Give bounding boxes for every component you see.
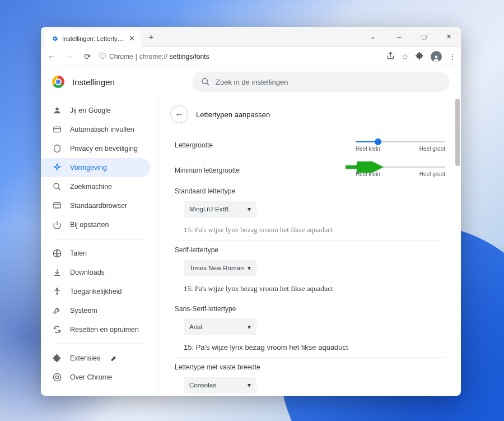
page-title: Lettertypen aanpassen bbox=[196, 110, 270, 119]
globe-icon bbox=[52, 249, 62, 258]
svg-line-7 bbox=[58, 188, 60, 190]
settings-search[interactable]: Zoek in de instellingen bbox=[192, 72, 450, 92]
sidebar-item-autofill[interactable]: Automatisch invullen bbox=[41, 120, 158, 139]
minimize-button[interactable]: ─ bbox=[387, 27, 412, 47]
svg-point-11 bbox=[57, 288, 58, 290]
external-link-icon: ⬈ bbox=[110, 354, 116, 363]
menu-icon[interactable]: ⋮ bbox=[449, 52, 456, 61]
serif-font-sample: 15: Pa's wijze lynx bezag vroom het fiks… bbox=[184, 284, 445, 293]
browser-tab[interactable]: Instellingen: Lettertypen aanpas… ✕ bbox=[45, 30, 141, 47]
maximize-button[interactable]: ▢ bbox=[412, 27, 436, 47]
svg-point-3 bbox=[55, 108, 58, 110]
sidebar-item-languages[interactable]: Talen bbox=[41, 244, 158, 263]
download-icon bbox=[52, 268, 62, 277]
sidebar-item-search-engine[interactable]: Zoekmachine bbox=[41, 177, 158, 196]
back-button[interactable]: ← bbox=[45, 50, 58, 63]
new-tab-button[interactable]: + bbox=[144, 30, 158, 44]
svg-point-12 bbox=[53, 373, 60, 381]
autofill-icon bbox=[52, 125, 62, 134]
chrome-logo-icon bbox=[52, 76, 64, 88]
svg-point-0 bbox=[435, 55, 438, 58]
standard-font-select[interactable]: MingLiU-ExtB▾ bbox=[184, 201, 256, 218]
sans-font-label: Sans-Serif-lettertype bbox=[175, 305, 445, 313]
svg-line-2 bbox=[207, 83, 209, 85]
gear-icon bbox=[51, 35, 59, 43]
url-scheme-label: Chrome bbox=[109, 53, 133, 61]
appearance-icon bbox=[52, 163, 62, 172]
sidebar-item-downloads[interactable]: Downloads bbox=[41, 263, 158, 282]
sidebar-item-appearance[interactable]: Vormgeving bbox=[41, 158, 151, 177]
wrench-icon bbox=[52, 306, 62, 315]
accessibility-icon bbox=[52, 287, 62, 296]
min-font-size-slider[interactable] bbox=[356, 166, 445, 168]
min-font-size-label: Minimum lettergrootte bbox=[175, 166, 356, 174]
serif-font-select[interactable]: Times New Roman▾ bbox=[184, 260, 256, 276]
power-icon bbox=[52, 220, 62, 229]
svg-point-6 bbox=[54, 183, 59, 188]
standard-font-label: Standaard lettertype bbox=[175, 187, 445, 195]
share-icon[interactable] bbox=[386, 52, 395, 62]
reload-button[interactable]: ⟳ bbox=[81, 50, 94, 63]
chevron-down-icon: ▾ bbox=[248, 205, 251, 213]
standard-font-sample: 15: Pa's wijze lynx bezag vroom het fiks… bbox=[184, 225, 445, 234]
sidebar: Jij en Google Automatisch invullen Priva… bbox=[41, 98, 158, 396]
sidebar-item-about[interactable]: Over Chrome bbox=[41, 368, 158, 387]
serif-font-label: Serif-lettertype bbox=[175, 246, 445, 254]
reset-icon bbox=[52, 325, 62, 334]
svg-rect-4 bbox=[54, 127, 60, 132]
app-header: Instellingen Zoek in de instellingen bbox=[41, 66, 461, 98]
font-size-slider[interactable] bbox=[356, 141, 445, 142]
close-window-button[interactable]: ✕ bbox=[436, 27, 461, 47]
font-size-label: Lettergrootte bbox=[175, 141, 356, 149]
address-bar: ← → ⟳ ⓘ Chrome | chrome://settings/fonts… bbox=[41, 47, 461, 66]
search-icon bbox=[52, 182, 62, 191]
person-icon bbox=[52, 106, 62, 115]
sans-font-select[interactable]: Arial▾ bbox=[184, 318, 256, 335]
omnibox[interactable]: ⓘ Chrome | chrome://settings/fonts bbox=[99, 52, 381, 61]
chrome-icon bbox=[52, 373, 62, 382]
browser-window: Instellingen: Lettertypen aanpas… ✕ + ⌄ … bbox=[41, 27, 461, 396]
extensions-icon[interactable] bbox=[416, 52, 424, 62]
chevron-down-icon: ▾ bbox=[248, 323, 251, 331]
chevron-down-icon: ▾ bbox=[248, 264, 251, 272]
chevron-down-icon: ▾ bbox=[248, 381, 251, 389]
sidebar-item-reset[interactable]: Resetten en opruimen bbox=[41, 320, 158, 339]
tab-dropdown-icon[interactable]: ⌄ bbox=[360, 27, 385, 47]
mono-font-select[interactable]: Consolas▾ bbox=[184, 377, 256, 394]
sidebar-item-extensions[interactable]: Extensies⬈ bbox=[41, 349, 158, 368]
sidebar-item-privacy[interactable]: Privacy en beveiliging bbox=[41, 139, 158, 158]
url-host: chrome:// bbox=[139, 53, 167, 61]
search-placeholder: Zoek in de instellingen bbox=[216, 78, 288, 86]
mono-font-label: Lettertype met vaste breedte bbox=[175, 363, 445, 371]
sidebar-item-system[interactable]: Systeem bbox=[41, 301, 158, 320]
svg-rect-8 bbox=[54, 203, 60, 208]
content-main: ← Lettertypen aanpassen Lettergrootte bbox=[159, 98, 461, 396]
search-icon bbox=[201, 77, 210, 86]
shield-icon bbox=[52, 144, 62, 153]
puzzle-icon bbox=[52, 354, 62, 363]
bookmark-icon[interactable]: ☆ bbox=[402, 52, 409, 61]
site-info-icon[interactable]: ⓘ bbox=[99, 52, 106, 61]
close-icon[interactable]: ✕ bbox=[129, 34, 135, 43]
avatar[interactable] bbox=[431, 51, 442, 62]
browser-icon bbox=[52, 201, 62, 210]
svg-point-13 bbox=[55, 376, 58, 378]
app-title: Instellingen bbox=[72, 77, 115, 87]
forward-button[interactable]: → bbox=[63, 50, 76, 63]
sidebar-item-accessibility[interactable]: Toegankelijkheid bbox=[41, 282, 158, 301]
sans-font-sample: 15: Pa's wijze lynx bezag vroom het fiks… bbox=[184, 343, 445, 351]
back-button[interactable]: ← bbox=[170, 105, 188, 123]
sidebar-item-default-browser[interactable]: Standaardbrowser bbox=[41, 196, 158, 215]
scrollbar[interactable] bbox=[455, 99, 460, 166]
tab-title: Instellingen: Lettertypen aanpas… bbox=[62, 35, 125, 42]
url-path: settings/fonts bbox=[170, 53, 209, 61]
svg-point-1 bbox=[202, 78, 207, 84]
sidebar-item-you-and-google[interactable]: Jij en Google bbox=[41, 101, 158, 120]
titlebar: Instellingen: Lettertypen aanpas… ✕ + ⌄ … bbox=[41, 27, 461, 47]
sidebar-item-on-startup[interactable]: Bij opstarten bbox=[41, 215, 158, 234]
